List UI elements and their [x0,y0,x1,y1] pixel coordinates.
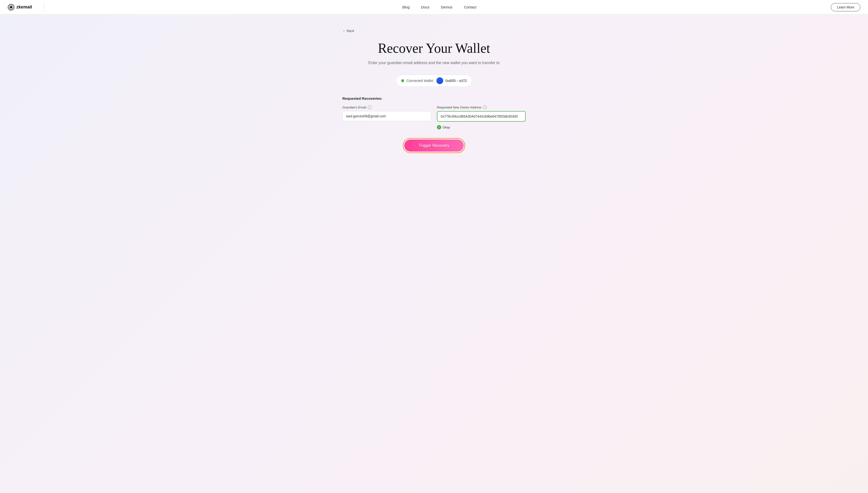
nav-blog[interactable]: Blog [402,5,410,9]
requested-recoveries-title: Requested Recoveries: [343,97,525,101]
nav-divider [44,2,44,12]
new-owner-label: Requested New Owner Address i [437,105,525,109]
new-owner-info-icon[interactable]: i [483,105,487,109]
learn-more-button[interactable]: Learn More [831,3,860,11]
guardian-email-label: Guardian's Email i [343,105,431,109]
trigger-recovery-wrapper: Trigger Recovery [343,138,525,153]
back-link[interactable]: ← Back [343,29,354,33]
guardian-email-group: Guardian's Email i [343,105,431,129]
svg-point-1 [10,6,12,8]
wallet-address: 0xd0f3····e372 [446,79,467,83]
logo-icon [8,4,15,10]
status-okay: Okay [437,125,525,129]
nav-docs[interactable]: Docs [421,5,429,9]
form-section: Requested Recoveries: Guardian's Email i… [343,97,525,153]
wallet-badge: Connected Wallet: 0xd0f3····e372 [396,75,472,87]
new-owner-input[interactable] [437,111,525,122]
page-subtitle: Enter your guardian email address and th… [368,61,500,65]
nav-demos[interactable]: Demos [441,5,453,9]
navbar-actions: Learn More [831,3,860,11]
logo-link[interactable]: zkemail [8,4,32,10]
navbar: zkemail Blog Docs Demos Contact Learn Mo… [0,0,868,15]
guardian-email-info-icon[interactable]: i [368,105,372,109]
wallet-connected-dot [401,79,404,82]
wallet-address-icon [436,77,443,84]
guardian-email-input[interactable] [343,111,431,121]
main-nav: Blog Docs Demos Contact [48,5,831,9]
trigger-recovery-outer: Trigger Recovery [403,138,466,153]
main-content: ← Back Recover Your Wallet Enter your gu… [0,15,868,493]
trigger-recovery-button[interactable]: Trigger Recovery [404,140,464,152]
new-owner-address-group: Requested New Owner Address i Okay [437,105,525,129]
check-icon [437,125,441,129]
nav-contact[interactable]: Contact [464,5,476,9]
wallet-label: Connected Wallet: [407,79,434,83]
form-row: Guardian's Email i Requested New Owner A… [343,105,525,129]
logo-text: zkemail [16,5,32,9]
page-title: Recover Your Wallet [378,41,490,56]
